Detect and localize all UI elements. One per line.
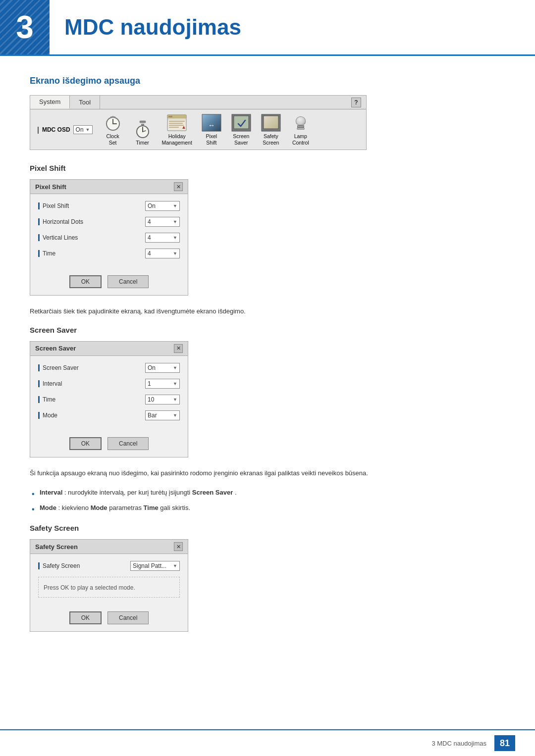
pixel-shift-dialog-title: Pixel Shift [35,183,66,191]
pixel-shift-close-button[interactable]: ✕ [174,182,183,191]
safety-screen-note-box: Press OK to play a selected mode. [38,577,180,598]
bullet-2-strong2: Mode [91,504,107,511]
bullet-2-text2: parametras [109,504,143,511]
screen-saver-row-2: Time 10 ▼ [38,395,180,404]
lamp-control-button[interactable]: LampControl [290,113,311,146]
screen-saver-label-3: Mode [38,412,145,419]
pixel-shift-label-1: Horizontal Dots [38,218,145,225]
screen-saver-select-1[interactable]: 1 ▼ [145,379,180,389]
clock-set-label: ClockSet [106,133,119,146]
pipe-separator: | [37,126,39,134]
svg-rect-5 [140,121,146,123]
label-indicator [38,218,40,225]
dropdown-arrow: ▼ [173,413,177,418]
lamp-control-icon [290,113,311,132]
pixel-shift-select-1[interactable]: 4 ▼ [145,217,180,227]
screen-saver-button[interactable]: ScreenSaver [231,113,252,146]
safety-screen-close-button[interactable]: ✕ [174,542,183,551]
section-heading: Ekrano išdegimo apsauga [30,76,505,86]
screen-saver-dialog-body: Screen Saver On ▼ Interval 1 ▼ [30,356,188,433]
holiday-management-label: HolidayManagement [162,133,192,146]
safety-screen-dialog: Safety Screen ✕ Safety Screen Signal Pat… [30,539,188,632]
mdc-osd-dropdown[interactable]: On ▼ [73,125,93,134]
safety-screen-ok-button[interactable]: OK [69,611,102,624]
svg-rect-9 [141,124,144,125]
main-content: Ekrano išdegimo apsauga System Tool ? | … [0,56,535,662]
screen-saver-row-3: Mode Bar ▼ [38,410,180,420]
safety-screen-cancel-button[interactable]: Cancel [107,611,149,624]
svg-rect-14 [169,121,185,122]
safety-screen-label-0: Safety Screen [38,562,130,569]
screen-saver-label-0: Screen Saver [38,364,145,371]
label-indicator [38,202,40,209]
bullet-1-end: . [235,489,237,496]
pixel-shift-label: PixelShift [206,133,217,146]
pixel-shift-dialog-footer: OK Cancel [30,271,188,295]
dropdown-arrow: ▼ [173,397,177,402]
label-indicator [38,396,40,403]
pixel-shift-cancel-button[interactable]: Cancel [107,275,149,288]
safety-screen-label: SafetyScreen [263,133,279,146]
pixel-shift-select-2[interactable]: 4 ▼ [145,233,180,243]
bullet-item-1: Interval : nurodykite intervalą, per kur… [40,488,505,498]
screen-saver-row-0: Screen Saver On ▼ [38,363,180,373]
dropdown-arrow: ▼ [86,127,90,132]
dropdown-arrow: ▼ [173,563,177,568]
pixel-shift-dialog: Pixel Shift ✕ Pixel Shift On ▼ Horizonta… [30,179,188,296]
screen-saver-cancel-button[interactable]: Cancel [107,437,149,450]
lamp-neck [297,125,304,128]
pixel-shift-row-3: Time 4 ▼ [38,249,180,258]
svg-rect-12 [168,116,172,117]
dropdown-arrow: ▼ [173,251,177,256]
screen-saver-ok-button[interactable]: OK [69,437,102,450]
safety-screen-dialog-title: Safety Screen [35,543,78,551]
screen-saver-select-2[interactable]: 10 ▼ [145,395,180,404]
toolbar-panel: System Tool ? | MDC OSD On ▼ [30,95,367,150]
pixel-shift-row-0: Pixel Shift On ▼ [38,201,180,211]
safety-screen-dialog-body: Safety Screen Signal Patt... ▼ Press OK … [30,554,188,607]
timer-button[interactable]: Timer [132,120,153,146]
safety-screen-row-0: Safety Screen Signal Patt... ▼ [38,561,180,571]
pixel-shift-label-0: Pixel Shift [38,202,145,209]
toolbar-body: | MDC OSD On ▼ [30,109,366,150]
chapter-number: 3 [16,9,34,46]
pixel-shift-label-2: Vertical Lines [38,234,145,241]
svg-text:↔: ↔ [208,121,215,129]
holiday-management-button[interactable]: ▲ HolidayManagement [162,113,192,146]
pixel-shift-select-3[interactable]: 4 ▼ [145,249,180,258]
screen-saver-label-1: Interval [38,380,145,387]
label-indicator [38,234,40,241]
safety-screen-title-bar: Safety Screen ✕ [30,540,188,554]
pixel-shift-icon: ↔ [201,113,222,132]
screen-saver-select-3[interactable]: Bar ▼ [145,410,180,420]
bullet-list: Interval : nurodykite intervalą, per kur… [30,488,505,513]
clock-set-button[interactable]: ClockSet [103,113,123,146]
pixel-shift-row-1: Horizontal Dots 4 ▼ [38,217,180,227]
safety-screen-select-0[interactable]: Signal Patt... ▼ [130,561,180,571]
page-footer: 3 MDC naudojimas 81 [0,729,535,756]
screen-saver-close-button[interactable]: ✕ [174,344,183,353]
label-indicator [38,250,40,257]
pixel-shift-ok-button[interactable]: OK [69,275,102,288]
screen-saver-title-bar: Screen Saver ✕ [30,342,188,356]
dropdown-arrow: ▼ [173,381,177,386]
pixel-shift-title-bar: Pixel Shift ✕ [30,180,188,194]
svg-text:▲: ▲ [181,124,186,130]
timer-label: Timer [136,140,149,146]
tab-tool[interactable]: Tool [70,96,100,109]
toolbar-icon-group: ClockSet Timer [103,113,311,146]
mdc-osd-label: MDC OSD [42,126,70,133]
tab-system[interactable]: System [30,96,70,109]
timer-icon [132,120,153,139]
safety-screen-icon [261,113,281,132]
footer-text: 3 MDC naudojimas [431,740,486,747]
header-number-box: 3 [0,0,50,54]
screen-saver-select-0[interactable]: On ▼ [145,363,180,373]
bullet-1-strong2: Screen Saver [192,489,233,496]
lamp-control-label: LampControl [292,133,309,146]
help-button[interactable]: ? [351,98,361,107]
pixel-shift-select-0[interactable]: On ▼ [145,201,180,211]
clock-set-icon [103,113,123,132]
safety-screen-button[interactable]: SafetyScreen [261,113,281,146]
pixel-shift-button[interactable]: ↔ PixelShift [201,113,222,146]
